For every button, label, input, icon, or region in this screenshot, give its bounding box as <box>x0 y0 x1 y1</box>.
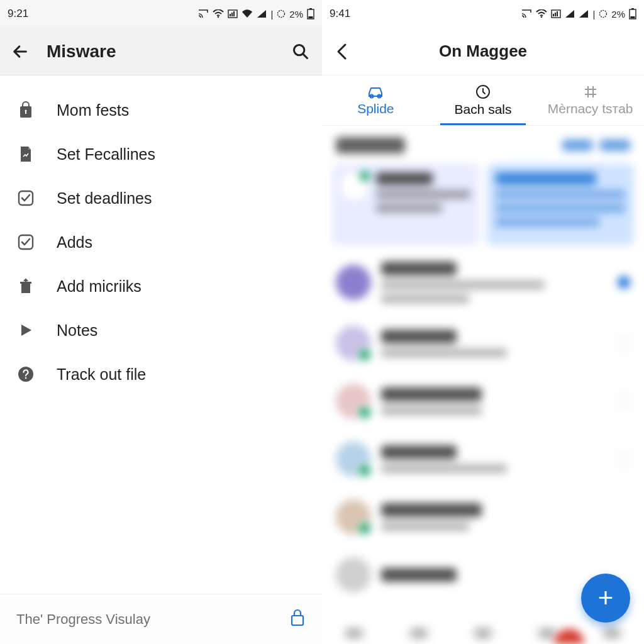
menu-label: Adds <box>57 233 92 252</box>
bag-lock-icon <box>16 101 35 119</box>
menu-item-track-out-file[interactable]: Track out file <box>0 352 322 396</box>
svg-rect-8 <box>309 16 313 18</box>
menu-item-add-micriiks[interactable]: Add micriiks <box>0 264 322 308</box>
left-screen: 9:21 | 2% Misware Mom fests <box>0 0 322 644</box>
svg-point-25 <box>600 11 607 18</box>
menu-list: Mom fests Set Fecallines Set deadlines A… <box>0 75 322 594</box>
svg-rect-3 <box>231 13 233 16</box>
svg-rect-12 <box>25 111 26 114</box>
plus-icon: + <box>598 583 614 613</box>
tab-mernacy[interactable]: Mèrnacy tsтab <box>536 75 644 125</box>
search-icon <box>292 43 309 60</box>
card-row <box>332 164 634 245</box>
car-icon <box>366 85 385 99</box>
menu-item-adds[interactable]: Adds <box>0 220 322 264</box>
battery-pct: 2% <box>611 9 625 19</box>
svg-rect-22 <box>553 14 554 16</box>
tab-splide[interactable]: Splide <box>322 75 430 125</box>
page-title: On Maggee <box>439 42 527 61</box>
status-time: 9:21 <box>8 8 28 20</box>
tab-bar: Splide Bach sals Mèrnacy tsтab <box>322 75 644 126</box>
battery-icon <box>629 8 636 19</box>
wifi-icon <box>213 9 224 18</box>
wifi-solid-icon <box>242 9 253 18</box>
cast-icon <box>521 9 532 18</box>
tab-label: Splide <box>357 101 394 116</box>
svg-point-0 <box>218 16 219 18</box>
tab-bach-sals[interactable]: Bach sals <box>430 75 537 125</box>
svg-rect-28 <box>631 16 635 18</box>
status-icons: | 2% <box>521 8 636 19</box>
signal-box-icon <box>228 9 238 18</box>
svg-rect-23 <box>555 13 556 16</box>
menu-label: Set Fecallines <box>57 145 155 164</box>
menu-label: Add micriiks <box>57 277 142 296</box>
battery-icon <box>307 8 314 19</box>
cast-icon <box>197 9 209 18</box>
clock-icon <box>475 84 491 99</box>
trash-upload-icon <box>16 277 35 296</box>
search-button[interactable] <box>291 42 311 62</box>
reduced-icon <box>277 9 286 18</box>
card-item[interactable] <box>332 164 479 245</box>
cell-signal-icon <box>257 9 267 18</box>
menu-label: Track out file <box>57 365 146 384</box>
menu-item-mom-fests[interactable]: Mom fests <box>0 88 322 132</box>
divider-icon: | <box>270 9 273 19</box>
footer: The' Progress Visulay <box>0 594 322 644</box>
svg-rect-24 <box>557 11 558 16</box>
menu-label: Notes <box>57 321 97 340</box>
svg-point-5 <box>278 11 285 18</box>
svg-rect-2 <box>230 14 231 16</box>
list-item[interactable] <box>332 319 634 367</box>
reduced-icon <box>599 9 608 18</box>
section-head <box>332 137 634 153</box>
wifi-icon <box>536 9 547 18</box>
cell-signal-icon <box>579 9 589 18</box>
app-header: On Maggee <box>322 28 644 75</box>
checkbox-icon <box>16 233 35 252</box>
app-header: Misware <box>0 28 322 75</box>
document-icon <box>16 145 35 164</box>
right-screen: 9:41 | 2% On Maggee Splide Bach sals <box>322 0 644 644</box>
back-chevron-icon[interactable] <box>333 43 351 60</box>
card-item[interactable] <box>487 164 634 245</box>
svg-rect-16 <box>20 282 31 284</box>
list-item[interactable] <box>332 255 634 309</box>
menu-item-set-deadlines[interactable]: Set deadlines <box>0 176 322 220</box>
menu-item-notes[interactable]: Notes <box>0 308 322 352</box>
status-icons: | 2% <box>197 8 314 19</box>
signal-box-icon <box>551 9 561 18</box>
status-bar: 9:21 | 2% <box>0 0 322 28</box>
menu-item-set-fecallines[interactable]: Set Fecallines <box>0 132 322 176</box>
footer-lock-button[interactable] <box>289 608 306 631</box>
page-title: Misware <box>47 42 116 62</box>
lock-icon <box>289 608 306 627</box>
divider-icon: | <box>592 9 595 19</box>
checkbox-icon <box>16 189 35 208</box>
status-time: 9:41 <box>330 8 350 20</box>
back-arrow-icon[interactable] <box>11 43 29 60</box>
menu-label: Set deadlines <box>57 189 152 208</box>
list-item[interactable] <box>332 435 634 483</box>
tab-label: Mèrnacy tsтab <box>548 101 633 116</box>
fab-add-button[interactable]: + <box>581 574 630 623</box>
help-icon <box>16 365 35 384</box>
cell-signal-icon <box>565 9 575 18</box>
list-item[interactable] <box>332 377 634 425</box>
grid-icon <box>584 85 597 99</box>
svg-rect-15 <box>21 284 30 293</box>
svg-point-18 <box>25 377 27 379</box>
svg-rect-4 <box>233 11 235 16</box>
svg-rect-19 <box>292 616 303 625</box>
status-bar: 9:41 | 2% <box>322 0 644 28</box>
svg-point-20 <box>541 16 543 18</box>
list-item[interactable] <box>332 493 634 541</box>
battery-pct: 2% <box>289 9 303 19</box>
blurred-content <box>322 126 644 644</box>
play-icon <box>16 321 35 340</box>
footer-label: The' Progress Visulay <box>16 611 150 628</box>
menu-label: Mom fests <box>57 101 129 119</box>
tab-label: Bach sals <box>454 102 511 117</box>
